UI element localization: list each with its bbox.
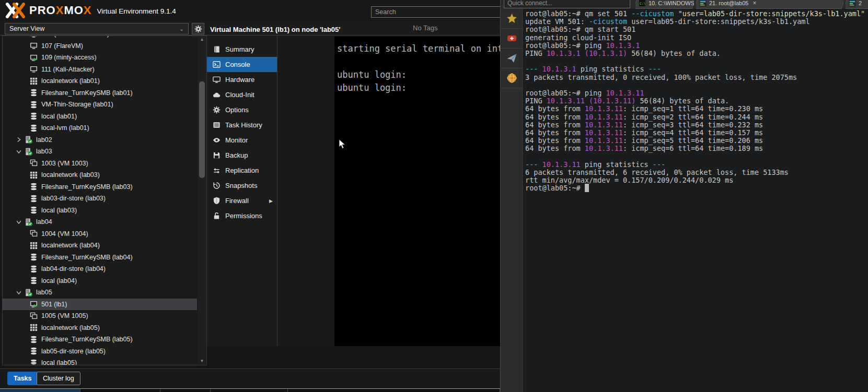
chevron-down-icon[interactable] <box>15 289 22 296</box>
tab-cloud-init[interactable]: Cloud-Init <box>207 87 277 102</box>
template-icon <box>29 159 38 168</box>
scroll-down-arrow-icon[interactable]: ▼ <box>198 358 206 364</box>
storage-icon <box>29 253 38 262</box>
search-input[interactable] <box>371 6 500 18</box>
tasks-button[interactable]: Tasks <box>7 372 38 385</box>
tree-item[interactable]: lab04 <box>3 216 197 228</box>
tree-item[interactable]: 105 (vulnerable-Win10) <box>3 36 197 40</box>
quick-connect-input[interactable] <box>504 0 630 8</box>
mobaxterm-window: C:\10. C:\WINDOWS\System32\c...×21. root… <box>500 0 868 392</box>
brand-text: PROXMOX <box>29 4 92 17</box>
sidebar-plane-button[interactable] <box>501 49 522 68</box>
tree-item-label: lab04-dir-store (lab04) <box>41 265 106 272</box>
tree-item[interactable]: local (lab04) <box>3 275 197 287</box>
tree-item[interactable]: VM-Thin-Storage (lab01) <box>3 99 197 111</box>
tree-item[interactable]: local (lab03) <box>3 205 197 217</box>
tab-console[interactable]: Console <box>207 57 277 72</box>
scroll-up-arrow-icon[interactable]: ▲ <box>198 37 206 43</box>
terminal-line: 3 packets transmitted, 0 received, 100% … <box>525 74 865 81</box>
tab-hardware[interactable]: Hardware <box>207 72 277 87</box>
close-icon[interactable]: × <box>753 0 756 7</box>
tree-item[interactable]: local-lvm (lab01) <box>3 122 197 134</box>
tab-summary[interactable]: Summary <box>207 42 277 57</box>
tab-firewall[interactable]: Firewall▶ <box>207 193 277 208</box>
tree-item[interactable]: Fileshare_TurnKeySMB (lab03) <box>3 181 197 193</box>
tree-item[interactable]: 1003 (VM 1003) <box>3 158 197 170</box>
tree-item-label: lab03 <box>36 148 52 155</box>
book-icon <box>212 45 221 54</box>
terminal-tab-1[interactable]: C:\10. C:\WINDOWS\System32\c...× <box>635 0 694 9</box>
terminal-line: 64 bytes from 10.1.3.11: icmp_seq=5 ttl=… <box>525 137 865 145</box>
tab-replication[interactable]: Replication <box>207 163 277 178</box>
tree-item-label: localnetwork (lab04) <box>41 242 100 249</box>
terminal-tab-label: 10. C:\WINDOWS\System32\c... <box>649 0 694 6</box>
sync-icon <box>212 167 221 175</box>
tree-item[interactable]: 1004 (VM 1004) <box>3 228 197 240</box>
resource-tree-viewport: 105 (vulnerable-Win10)107 (FlareVM)109 (… <box>3 36 197 365</box>
menu-item-label: Snapshots <box>225 182 257 189</box>
tree-item[interactable]: 501 (lb1) <box>3 299 197 311</box>
tree-item-label: local (lab05) <box>41 359 77 365</box>
tab-task-history[interactable]: Task History <box>207 117 277 133</box>
tree-item-label: 105 (vulnerable-Win10) <box>41 36 109 38</box>
screen: PROXMOX Virtual Environment 9.1.4 Server… <box>0 0 868 392</box>
sidebar-star-button[interactable] <box>501 9 522 29</box>
tree-item[interactable]: localnetwork (lab05) <box>3 322 197 334</box>
terminal-tab-3[interactable]: 2 <box>846 0 868 9</box>
view-selector-dropdown[interactable]: Server View ⌄ <box>5 23 189 34</box>
tree-item[interactable]: localnetwork (lab04) <box>3 240 197 252</box>
eye-icon <box>212 136 221 145</box>
tree-scrollbar[interactable]: ▲ ▼ <box>198 37 206 364</box>
tree-item[interactable]: Fileshare_TurnKeySMB (lab05) <box>3 334 197 346</box>
session-tab-icon <box>699 0 707 7</box>
tree-item-label: Fileshare_TurnKeySMB (lab01) <box>41 89 133 97</box>
novnc-console[interactable]: starting serial terminal on interface se… <box>334 37 500 346</box>
tree-item-label: VM-Thin-Storage (lab01) <box>41 101 113 108</box>
tree-item[interactable]: 109 (minty-access) <box>3 52 197 64</box>
tree-item[interactable]: localnetwork (lab01) <box>3 75 197 87</box>
tab-permissions[interactable]: Permissions <box>207 208 277 223</box>
tree-item[interactable]: 1005 (VM 1005) <box>3 310 197 322</box>
tree-item-label: lab04 <box>36 218 52 225</box>
chevron-down-icon[interactable] <box>15 148 22 156</box>
menu-item-label: Summary <box>225 45 254 53</box>
cloud-icon <box>212 91 221 99</box>
tree-item[interactable]: lab02 <box>3 134 197 146</box>
tree-item[interactable]: lab05-dir-store (lab05) <box>3 346 197 358</box>
tab-backup[interactable]: Backup <box>207 148 277 163</box>
tree-item[interactable]: Fileshare_TurnKeySMB (lab01) <box>3 87 197 99</box>
tree-item-label: lab03-dir-store (lab03) <box>41 195 106 202</box>
tree-item[interactable]: Fileshare_TurnKeySMB (lab04) <box>3 252 197 264</box>
tree-item[interactable]: 107 (FlareVM) <box>3 40 197 52</box>
tree-item[interactable]: local (lab05) <box>3 357 197 365</box>
sidebar-globe-button[interactable] <box>501 68 522 88</box>
tab-monitor[interactable]: Monitor <box>207 133 277 148</box>
terminal-tab-2[interactable]: 21. root@lab05× <box>696 0 843 9</box>
tab-snapshots[interactable]: Snapshots <box>207 178 277 193</box>
tree-item[interactable]: lab04-dir-store (lab04) <box>3 263 197 275</box>
submenu-arrow-icon: ▶ <box>269 198 273 204</box>
storage-icon <box>29 100 38 109</box>
tree-item[interactable]: lab03 <box>3 146 197 158</box>
terminal-pane[interactable]: root@lab05:~# qm set 501 --cicustom "use… <box>523 9 868 392</box>
tree-item[interactable]: local (lab01) <box>3 111 197 123</box>
plane-icon <box>506 53 517 64</box>
proxmox-window: PROXMOX Virtual Environment 9.1.4 Server… <box>0 0 500 392</box>
network-icon <box>29 171 38 179</box>
tree-item[interactable]: lab03-dir-store (lab03) <box>3 193 197 205</box>
cluster-log-button[interactable]: Cluster log <box>37 372 80 385</box>
tree-item[interactable]: localnetwork (lab03) <box>3 169 197 181</box>
floppy-icon <box>212 151 221 160</box>
terminal-line: 64 bytes from 10.1.3.11: icmp_seq=2 ttl=… <box>525 113 865 121</box>
terminal-tab-label: 2 <box>859 0 862 6</box>
sidebar-knife-button[interactable] <box>501 29 522 49</box>
tree-item[interactable]: lab05 <box>3 287 197 299</box>
chevron-down-icon[interactable] <box>15 218 22 226</box>
tree-scrollbar-thumb[interactable] <box>199 81 205 178</box>
tags-area: No Tags <box>413 24 441 32</box>
tab-options[interactable]: Options <box>207 102 277 117</box>
tree-settings-button[interactable] <box>192 23 204 34</box>
terminal-line: rtt min/avg/max/mdev = 0.157/0.209/0.244… <box>525 176 865 184</box>
tree-item[interactable]: 111 (Kali-Attacker) <box>3 64 197 76</box>
chevron-right-icon[interactable] <box>15 136 22 144</box>
